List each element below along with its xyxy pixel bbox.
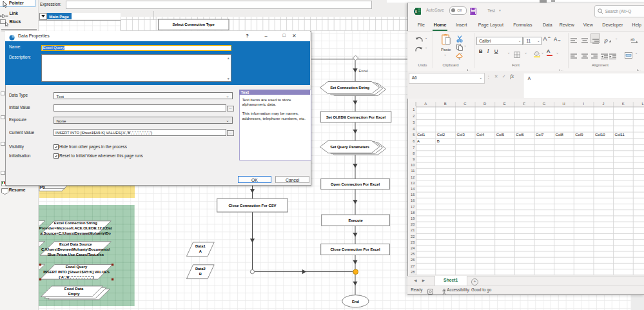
svg-text:('A','B','','','','','','','',: ('A','B','','','','','','','',''): [59, 275, 93, 279]
svg-text:Select Connection Type: Select Connection Type: [173, 23, 215, 26]
svg-text:Data1: Data1: [195, 244, 206, 248]
svg-text:Data2: Data2: [195, 267, 206, 271]
svg-text:B: B: [199, 272, 202, 276]
svg-text:Excel Query: Excel Query: [66, 265, 88, 269]
svg-text:Blue Prism Use Cases\Test.xlsx: Blue Prism Use Cases\Test.xlsx: [48, 253, 104, 257]
svg-text:Close Connection For Excel: Close Connection For Excel: [331, 247, 380, 251]
svg-text:Excel Connection String: Excel Connection String: [54, 221, 97, 225]
svg-text:Open Connection For Excel: Open Connection For Excel: [331, 182, 380, 186]
svg-text:ab: ab: [630, 37, 635, 41]
svg-text:X: X: [415, 9, 418, 13]
svg-text:Set Query Parameters: Set Query Parameters: [330, 145, 369, 149]
svg-text:Set Connection String: Set Connection String: [330, 86, 369, 90]
svg-text:Empty: Empty: [68, 292, 80, 296]
svg-text:ab: ab: [604, 37, 609, 44]
svg-text:C:\Users\DevneetMohanty\Docume: C:\Users\DevneetMohanty\Documents\: [41, 247, 110, 251]
svg-text:Excel Data Source: Excel Data Source: [59, 242, 92, 246]
svg-text:Close Connection For CSV: Close Connection For CSV: [229, 204, 277, 208]
svg-text:Excel Data: Excel Data: [64, 287, 84, 291]
svg-text:Provider=Microsoft.ACE.OLEDB.1: Provider=Microsoft.ACE.OLEDB.12.0;Dat: [39, 226, 112, 230]
svg-text:End: End: [352, 300, 359, 304]
svg-text:Set OLEDB Connection For Excel: Set OLEDB Connection For Excel: [326, 115, 386, 119]
svg-text:Execute: Execute: [348, 218, 363, 222]
svg-text:Excel: Excel: [359, 69, 368, 73]
svg-text:INSERT INTO [Sheet1$A5:K] VALU: INSERT INTO [Sheet1$A5:K] VALUES: [43, 270, 110, 274]
svg-text:a Source=C:\Users\DevneetMohan: a Source=C:\Users\DevneetMohanty\Do: [41, 231, 112, 235]
